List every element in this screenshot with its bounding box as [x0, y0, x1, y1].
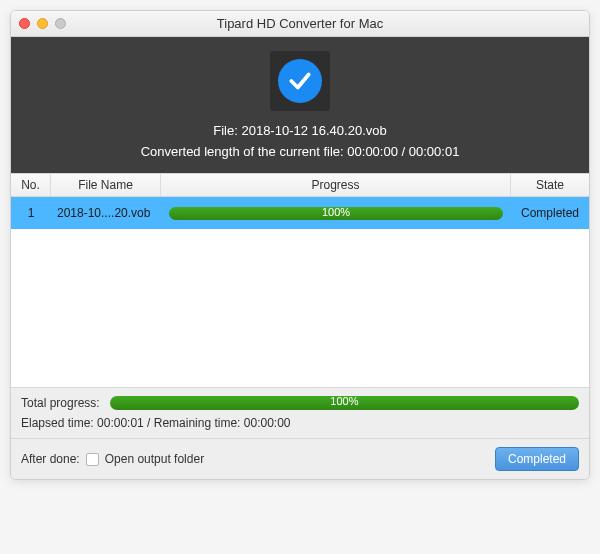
checkmark-icon [278, 59, 322, 103]
success-badge [270, 51, 330, 111]
bottom-row: After done: Open output folder Completed [21, 439, 579, 479]
app-window: Tipard HD Converter for Mac File: 2018-1… [10, 10, 590, 480]
titlebar[interactable]: Tipard HD Converter for Mac [11, 11, 589, 37]
cell-state: Completed [511, 206, 589, 220]
cell-progress: 100% [161, 207, 511, 220]
footer: Total progress: 100% Elapsed time: 00:00… [11, 387, 589, 479]
row-progress-bar: 100% [169, 207, 503, 220]
file-label-prefix: File: [213, 123, 241, 138]
open-folder-label[interactable]: Open output folder [105, 452, 204, 466]
table-body[interactable]: 1 2018-10....20.vob 100% Completed [11, 197, 589, 387]
status-header: File: 2018-10-12 16.40.20.vob Converted … [11, 37, 589, 173]
table-header: No. File Name Progress State [11, 173, 589, 197]
time-line: Elapsed time: 00:00:01 / Remaining time:… [21, 416, 579, 430]
completed-button[interactable]: Completed [495, 447, 579, 471]
total-progress-row: Total progress: 100% [21, 396, 579, 410]
minimize-icon[interactable] [37, 18, 48, 29]
close-icon[interactable] [19, 18, 30, 29]
col-header-state: State [511, 174, 589, 196]
total-progress-bar: 100% [110, 396, 579, 410]
table-row[interactable]: 1 2018-10....20.vob 100% Completed [11, 197, 589, 229]
total-progress-percent: 100% [110, 395, 579, 407]
converted-value: 00:00:00 / 00:00:01 [347, 144, 459, 159]
cell-filename: 2018-10....20.vob [51, 206, 161, 220]
converted-length-line: Converted length of the current file: 00… [11, 144, 589, 159]
cell-no: 1 [11, 206, 51, 220]
traffic-lights [19, 18, 66, 29]
open-folder-checkbox[interactable] [86, 453, 99, 466]
file-name: 2018-10-12 16.40.20.vob [241, 123, 386, 138]
row-progress-percent: 100% [169, 206, 503, 218]
col-header-no: No. [11, 174, 51, 196]
current-file-line: File: 2018-10-12 16.40.20.vob [11, 123, 589, 138]
col-header-progress: Progress [161, 174, 511, 196]
total-progress-label: Total progress: [21, 396, 100, 410]
window-title: Tipard HD Converter for Mac [11, 16, 589, 31]
converted-prefix: Converted length of the current file: [141, 144, 348, 159]
after-done-label: After done: [21, 452, 80, 466]
col-header-filename: File Name [51, 174, 161, 196]
zoom-icon[interactable] [55, 18, 66, 29]
